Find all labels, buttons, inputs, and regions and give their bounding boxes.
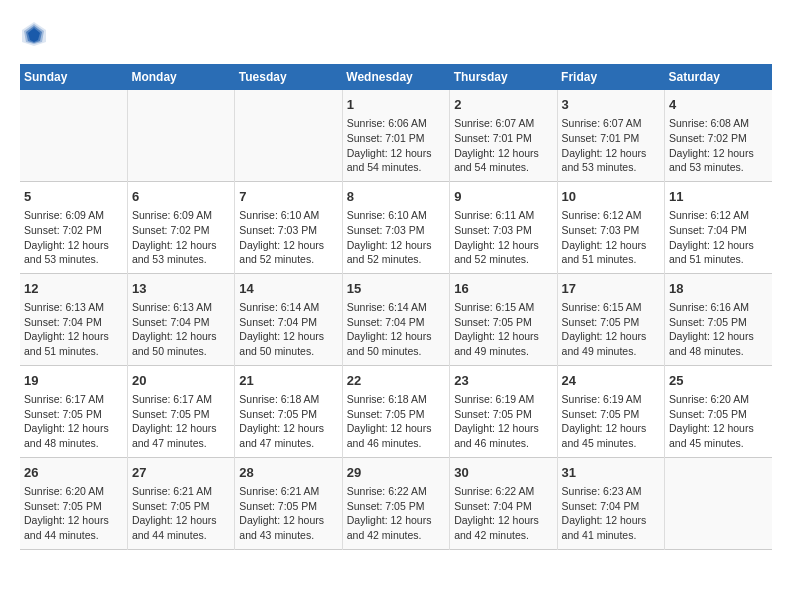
- day-info: Sunrise: 6:17 AM Sunset: 7:05 PM Dayligh…: [24, 392, 123, 451]
- day-info: Sunrise: 6:07 AM Sunset: 7:01 PM Dayligh…: [454, 116, 552, 175]
- calendar-day-cell: 7Sunrise: 6:10 AM Sunset: 7:03 PM Daylig…: [235, 181, 342, 273]
- calendar-day-cell: [235, 90, 342, 181]
- calendar-day-cell: 23Sunrise: 6:19 AM Sunset: 7:05 PM Dayli…: [450, 365, 557, 457]
- day-number: 3: [562, 96, 660, 114]
- calendar-header: SundayMondayTuesdayWednesdayThursdayFrid…: [20, 64, 772, 90]
- calendar-day-cell: 5Sunrise: 6:09 AM Sunset: 7:02 PM Daylig…: [20, 181, 127, 273]
- calendar-day-cell: 6Sunrise: 6:09 AM Sunset: 7:02 PM Daylig…: [127, 181, 234, 273]
- day-number: 29: [347, 464, 445, 482]
- calendar-day-cell: [20, 90, 127, 181]
- day-number: 12: [24, 280, 123, 298]
- day-number: 30: [454, 464, 552, 482]
- day-info: Sunrise: 6:14 AM Sunset: 7:04 PM Dayligh…: [239, 300, 337, 359]
- day-number: 10: [562, 188, 660, 206]
- day-info: Sunrise: 6:06 AM Sunset: 7:01 PM Dayligh…: [347, 116, 445, 175]
- day-info: Sunrise: 6:11 AM Sunset: 7:03 PM Dayligh…: [454, 208, 552, 267]
- day-number: 11: [669, 188, 768, 206]
- calendar-week-row: 19Sunrise: 6:17 AM Sunset: 7:05 PM Dayli…: [20, 365, 772, 457]
- logo: [20, 20, 52, 48]
- calendar-day-cell: 4Sunrise: 6:08 AM Sunset: 7:02 PM Daylig…: [665, 90, 772, 181]
- weekday-header-thursday: Thursday: [450, 64, 557, 90]
- calendar-week-row: 1Sunrise: 6:06 AM Sunset: 7:01 PM Daylig…: [20, 90, 772, 181]
- day-info: Sunrise: 6:19 AM Sunset: 7:05 PM Dayligh…: [562, 392, 660, 451]
- weekday-header-tuesday: Tuesday: [235, 64, 342, 90]
- day-number: 8: [347, 188, 445, 206]
- day-number: 17: [562, 280, 660, 298]
- weekday-header-wednesday: Wednesday: [342, 64, 449, 90]
- calendar-week-row: 26Sunrise: 6:20 AM Sunset: 7:05 PM Dayli…: [20, 457, 772, 549]
- calendar-week-row: 12Sunrise: 6:13 AM Sunset: 7:04 PM Dayli…: [20, 273, 772, 365]
- day-number: 2: [454, 96, 552, 114]
- calendar-body: 1Sunrise: 6:06 AM Sunset: 7:01 PM Daylig…: [20, 90, 772, 549]
- day-info: Sunrise: 6:15 AM Sunset: 7:05 PM Dayligh…: [454, 300, 552, 359]
- day-number: 16: [454, 280, 552, 298]
- calendar-day-cell: 3Sunrise: 6:07 AM Sunset: 7:01 PM Daylig…: [557, 90, 664, 181]
- day-number: 5: [24, 188, 123, 206]
- day-info: Sunrise: 6:18 AM Sunset: 7:05 PM Dayligh…: [239, 392, 337, 451]
- calendar-day-cell: [127, 90, 234, 181]
- calendar-day-cell: 26Sunrise: 6:20 AM Sunset: 7:05 PM Dayli…: [20, 457, 127, 549]
- day-info: Sunrise: 6:23 AM Sunset: 7:04 PM Dayligh…: [562, 484, 660, 543]
- day-info: Sunrise: 6:16 AM Sunset: 7:05 PM Dayligh…: [669, 300, 768, 359]
- calendar-day-cell: 8Sunrise: 6:10 AM Sunset: 7:03 PM Daylig…: [342, 181, 449, 273]
- day-number: 15: [347, 280, 445, 298]
- day-info: Sunrise: 6:18 AM Sunset: 7:05 PM Dayligh…: [347, 392, 445, 451]
- calendar-day-cell: 17Sunrise: 6:15 AM Sunset: 7:05 PM Dayli…: [557, 273, 664, 365]
- day-info: Sunrise: 6:13 AM Sunset: 7:04 PM Dayligh…: [24, 300, 123, 359]
- day-info: Sunrise: 6:20 AM Sunset: 7:05 PM Dayligh…: [669, 392, 768, 451]
- day-number: 28: [239, 464, 337, 482]
- day-number: 1: [347, 96, 445, 114]
- calendar-week-row: 5Sunrise: 6:09 AM Sunset: 7:02 PM Daylig…: [20, 181, 772, 273]
- day-number: 21: [239, 372, 337, 390]
- calendar-day-cell: 13Sunrise: 6:13 AM Sunset: 7:04 PM Dayli…: [127, 273, 234, 365]
- day-number: 23: [454, 372, 552, 390]
- day-number: 13: [132, 280, 230, 298]
- day-number: 31: [562, 464, 660, 482]
- day-info: Sunrise: 6:17 AM Sunset: 7:05 PM Dayligh…: [132, 392, 230, 451]
- day-info: Sunrise: 6:09 AM Sunset: 7:02 PM Dayligh…: [132, 208, 230, 267]
- day-number: 7: [239, 188, 337, 206]
- calendar-day-cell: 20Sunrise: 6:17 AM Sunset: 7:05 PM Dayli…: [127, 365, 234, 457]
- day-number: 26: [24, 464, 123, 482]
- calendar-day-cell: 2Sunrise: 6:07 AM Sunset: 7:01 PM Daylig…: [450, 90, 557, 181]
- day-info: Sunrise: 6:09 AM Sunset: 7:02 PM Dayligh…: [24, 208, 123, 267]
- calendar-day-cell: 9Sunrise: 6:11 AM Sunset: 7:03 PM Daylig…: [450, 181, 557, 273]
- weekday-header-monday: Monday: [127, 64, 234, 90]
- calendar-day-cell: 30Sunrise: 6:22 AM Sunset: 7:04 PM Dayli…: [450, 457, 557, 549]
- day-number: 25: [669, 372, 768, 390]
- day-number: 20: [132, 372, 230, 390]
- day-info: Sunrise: 6:21 AM Sunset: 7:05 PM Dayligh…: [132, 484, 230, 543]
- calendar-day-cell: 19Sunrise: 6:17 AM Sunset: 7:05 PM Dayli…: [20, 365, 127, 457]
- day-info: Sunrise: 6:22 AM Sunset: 7:04 PM Dayligh…: [454, 484, 552, 543]
- calendar-table: SundayMondayTuesdayWednesdayThursdayFrid…: [20, 64, 772, 550]
- calendar-day-cell: 1Sunrise: 6:06 AM Sunset: 7:01 PM Daylig…: [342, 90, 449, 181]
- calendar-day-cell: 28Sunrise: 6:21 AM Sunset: 7:05 PM Dayli…: [235, 457, 342, 549]
- day-info: Sunrise: 6:22 AM Sunset: 7:05 PM Dayligh…: [347, 484, 445, 543]
- weekday-header-row: SundayMondayTuesdayWednesdayThursdayFrid…: [20, 64, 772, 90]
- page-header: [20, 20, 772, 48]
- day-number: 19: [24, 372, 123, 390]
- day-info: Sunrise: 6:14 AM Sunset: 7:04 PM Dayligh…: [347, 300, 445, 359]
- calendar-day-cell: 10Sunrise: 6:12 AM Sunset: 7:03 PM Dayli…: [557, 181, 664, 273]
- calendar-day-cell: 31Sunrise: 6:23 AM Sunset: 7:04 PM Dayli…: [557, 457, 664, 549]
- calendar-day-cell: 15Sunrise: 6:14 AM Sunset: 7:04 PM Dayli…: [342, 273, 449, 365]
- calendar-day-cell: 12Sunrise: 6:13 AM Sunset: 7:04 PM Dayli…: [20, 273, 127, 365]
- day-info: Sunrise: 6:12 AM Sunset: 7:03 PM Dayligh…: [562, 208, 660, 267]
- day-info: Sunrise: 6:07 AM Sunset: 7:01 PM Dayligh…: [562, 116, 660, 175]
- calendar-day-cell: 18Sunrise: 6:16 AM Sunset: 7:05 PM Dayli…: [665, 273, 772, 365]
- weekday-header-sunday: Sunday: [20, 64, 127, 90]
- day-info: Sunrise: 6:15 AM Sunset: 7:05 PM Dayligh…: [562, 300, 660, 359]
- day-number: 24: [562, 372, 660, 390]
- day-info: Sunrise: 6:20 AM Sunset: 7:05 PM Dayligh…: [24, 484, 123, 543]
- calendar-day-cell: 24Sunrise: 6:19 AM Sunset: 7:05 PM Dayli…: [557, 365, 664, 457]
- calendar-day-cell: 29Sunrise: 6:22 AM Sunset: 7:05 PM Dayli…: [342, 457, 449, 549]
- weekday-header-friday: Friday: [557, 64, 664, 90]
- calendar-day-cell: 11Sunrise: 6:12 AM Sunset: 7:04 PM Dayli…: [665, 181, 772, 273]
- day-number: 9: [454, 188, 552, 206]
- calendar-day-cell: 25Sunrise: 6:20 AM Sunset: 7:05 PM Dayli…: [665, 365, 772, 457]
- day-info: Sunrise: 6:13 AM Sunset: 7:04 PM Dayligh…: [132, 300, 230, 359]
- weekday-header-saturday: Saturday: [665, 64, 772, 90]
- day-number: 22: [347, 372, 445, 390]
- day-number: 6: [132, 188, 230, 206]
- day-info: Sunrise: 6:19 AM Sunset: 7:05 PM Dayligh…: [454, 392, 552, 451]
